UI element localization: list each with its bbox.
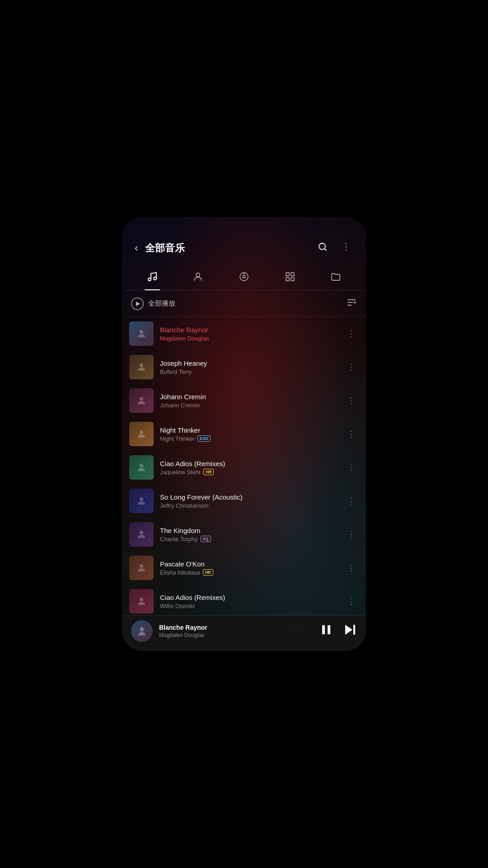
mini-player-title: Blanche Raynor	[159, 624, 313, 631]
song-title: So Long Forever (Acoustic)	[160, 493, 337, 501]
song-sub: Johann Cremin	[160, 402, 337, 409]
nav-tabs	[122, 264, 366, 291]
app-container: ‹ 全部音乐	[122, 217, 366, 651]
mini-player[interactable]: Blanche Raynor Magdalen Douglas	[122, 615, 366, 651]
tab-folders[interactable]	[323, 268, 348, 290]
song-thumbnail	[129, 455, 154, 480]
song-title: Blanche Raynor	[160, 326, 337, 334]
song-sub: Magdalen Douglas	[160, 335, 337, 342]
song-title: The Kingdom	[160, 527, 337, 534]
song-title: Johann Cremin	[160, 393, 337, 401]
svg-rect-11	[291, 273, 294, 276]
song-thumbnail	[129, 556, 154, 580]
page-title: 全部音乐	[145, 241, 308, 255]
song-artist: Buford Terry	[160, 368, 192, 375]
song-sub: Jeffry Christiansen	[160, 502, 337, 509]
song-thumbnail	[129, 422, 154, 446]
svg-point-3	[346, 250, 347, 250]
svg-rect-27	[322, 625, 325, 634]
song-title: Ciao Adios (Remixes)	[160, 460, 337, 467]
list-item[interactable]: So Long Forever (Acoustic) Jeffry Christ…	[122, 484, 366, 518]
song-sub: Elisha Nikolaus HR	[160, 569, 337, 576]
play-all-button[interactable]	[131, 297, 144, 310]
song-artist: Night Thinker	[160, 435, 195, 442]
sort-icon[interactable]	[346, 297, 357, 310]
song-sub: Night Thinker DSD	[160, 435, 337, 442]
song-info: Ciao Adios (Remixes) Jaqueline Stehr HR	[160, 460, 337, 476]
svg-point-24	[140, 564, 143, 568]
list-item[interactable]: Night Thinker Night Thinker DSD ⋮	[122, 417, 366, 451]
quality-badge: DSD	[197, 435, 211, 442]
svg-rect-12	[286, 278, 289, 281]
grid-icon	[285, 271, 296, 285]
quality-badge: SQ	[201, 536, 211, 542]
song-more-button[interactable]: ⋮	[343, 461, 359, 474]
song-more-button[interactable]: ⋮	[343, 594, 359, 608]
more-options-icon[interactable]	[337, 240, 355, 257]
folder-icon	[330, 271, 341, 285]
list-item[interactable]: Pascale O'Kon Elisha Nikolaus HR ⋮	[122, 551, 366, 585]
song-artist: Jeffry Christiansen	[160, 502, 208, 509]
tab-playlists[interactable]	[277, 268, 303, 290]
song-title: Pascale O'Kon	[160, 560, 337, 568]
svg-point-5	[154, 277, 156, 280]
song-info: Night Thinker Night Thinker DSD	[160, 426, 337, 442]
song-sub: Charlie Torphy SQ	[160, 536, 337, 542]
song-info: The Kingdom Charlie Torphy SQ	[160, 527, 337, 542]
search-icon[interactable]	[314, 240, 332, 257]
song-thumbnail	[129, 321, 154, 346]
svg-point-22	[140, 497, 143, 501]
song-thumbnail	[129, 355, 154, 379]
quality-badge: HR	[203, 569, 213, 576]
song-artist: Charlie Torphy	[160, 536, 198, 542]
song-info: Ciao Adios (Remixes) Willis Osinski	[160, 594, 337, 609]
svg-point-17	[140, 330, 143, 334]
svg-point-25	[140, 598, 143, 601]
song-thumbnail	[129, 388, 154, 413]
mini-player-info: Blanche Raynor Magdalen Douglas	[159, 624, 313, 638]
song-more-button[interactable]: ⋮	[343, 561, 359, 575]
disc-icon	[239, 271, 249, 285]
song-title: Night Thinker	[160, 426, 337, 434]
header: ‹ 全部音乐	[122, 217, 366, 264]
list-item[interactable]: The Kingdom Charlie Torphy SQ ⋮	[122, 518, 366, 551]
svg-point-4	[148, 278, 151, 281]
pause-button[interactable]	[319, 623, 333, 640]
song-artist: Jaqueline Stehr	[160, 469, 201, 476]
svg-point-19	[140, 397, 143, 401]
song-more-button[interactable]: ⋮	[343, 360, 359, 374]
mini-player-thumbnail	[131, 620, 153, 642]
song-more-button[interactable]: ⋮	[343, 327, 359, 340]
song-more-button[interactable]: ⋮	[343, 528, 359, 541]
tab-songs[interactable]	[140, 268, 165, 290]
song-thumbnail	[129, 489, 154, 513]
song-more-button[interactable]: ⋮	[343, 494, 359, 508]
song-more-button[interactable]: ⋮	[343, 394, 359, 407]
list-item[interactable]: Joseph Heaney Buford Terry ⋮	[122, 350, 366, 384]
list-item[interactable]: Blanche Raynor Magdalen Douglas ⋮	[122, 317, 366, 350]
tab-albums[interactable]	[231, 268, 257, 290]
svg-point-8	[243, 275, 245, 278]
play-all-label: 全部播放	[148, 299, 342, 308]
svg-point-20	[140, 430, 143, 434]
next-button[interactable]	[343, 623, 357, 640]
svg-point-6	[196, 273, 200, 277]
song-title: Ciao Adios (Remixes)	[160, 594, 337, 601]
mini-player-artist: Magdalen Douglas	[159, 632, 313, 638]
svg-point-1	[346, 243, 347, 244]
tab-artists[interactable]	[185, 268, 211, 290]
song-info: Pascale O'Kon Elisha Nikolaus HR	[160, 560, 337, 576]
back-button[interactable]: ‹	[133, 241, 140, 256]
svg-rect-30	[353, 625, 355, 635]
svg-point-2	[346, 246, 347, 247]
song-artist: Elisha Nikolaus	[160, 569, 200, 576]
mini-player-controls	[319, 623, 357, 640]
music-note-icon	[147, 271, 158, 285]
song-more-button[interactable]: ⋮	[343, 427, 359, 441]
list-item[interactable]: Ciao Adios (Remixes) Jaqueline Stehr HR …	[122, 451, 366, 484]
svg-point-21	[140, 464, 143, 467]
song-info: So Long Forever (Acoustic) Jeffry Christ…	[160, 493, 337, 509]
svg-marker-29	[345, 625, 352, 635]
list-item[interactable]: Ciao Adios (Remixes) Willis Osinski ⋮	[122, 585, 366, 615]
list-item[interactable]: Johann Cremin Johann Cremin ⋮	[122, 384, 366, 417]
